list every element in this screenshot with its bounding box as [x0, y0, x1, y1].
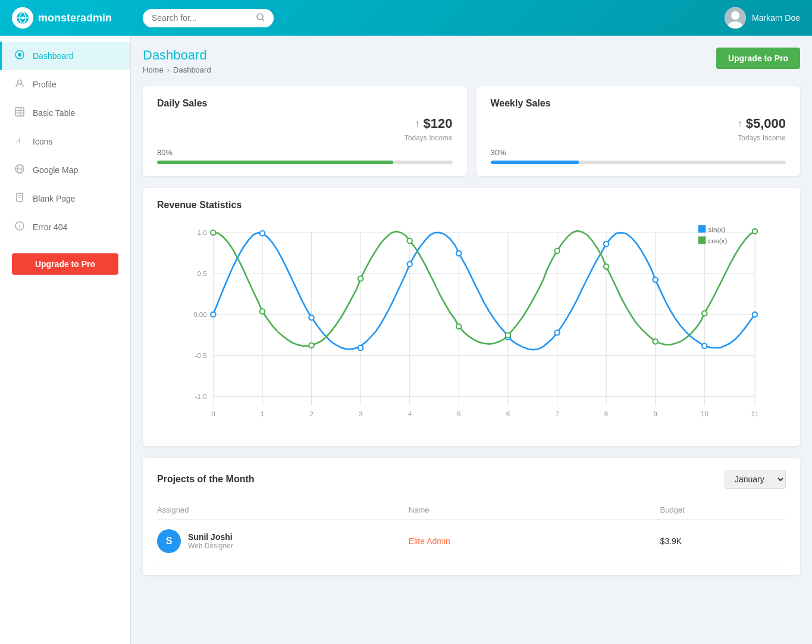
svg-point-83: [753, 229, 757, 234]
chart-container: 1.0 0.5 0.00 -0.5 -1.0 0 1 2 3 4 5 6 7 8…: [157, 220, 786, 434]
user-name: Markarn Doe: [752, 13, 800, 23]
sidebar-item-label: Profile: [33, 80, 57, 89]
error-icon: i: [14, 221, 26, 233]
svg-point-80: [604, 264, 609, 269]
svg-text:0.00: 0.00: [193, 310, 207, 318]
month-select[interactable]: January February March: [725, 470, 786, 489]
daily-sales-progress-fill: [157, 161, 393, 164]
logo-icon: [12, 7, 33, 29]
projects-header: Projects of the Month January February M…: [157, 470, 786, 489]
breadcrumb-home[interactable]: Home: [143, 65, 164, 74]
svg-point-10: [18, 53, 21, 56]
svg-text:3: 3: [359, 410, 362, 417]
dashboard-icon: [14, 50, 26, 62]
table-icon: [14, 107, 26, 119]
daily-sales-label: Todays Income: [157, 134, 453, 142]
legend-cos-swatch: [698, 237, 706, 244]
svg-point-65: [456, 251, 461, 256]
breadcrumb-separator: ›: [167, 65, 170, 74]
daily-sales-progress: [157, 161, 453, 164]
logo-area: monsteradmin: [12, 7, 143, 29]
main-layout: Dashboard Profile Basic Tab: [0, 36, 812, 644]
page-header: Dashboard Home › Dashboard Upgrade to Pr…: [143, 48, 800, 74]
profile-icon: [14, 78, 26, 90]
svg-text:1: 1: [261, 410, 264, 417]
svg-text:-1.0: -1.0: [195, 392, 208, 400]
svg-text:5: 5: [457, 410, 460, 417]
top-header: monsteradmin Markarn Doe: [0, 0, 812, 36]
svg-point-77: [456, 324, 461, 329]
stats-row: Daily Sales ↑ $120 Todays Income 80% Wee…: [143, 86, 800, 176]
logo-text: monsteradmin: [38, 12, 112, 24]
avatar: [725, 7, 746, 29]
svg-text:A: A: [15, 136, 21, 145]
svg-text:11: 11: [751, 410, 759, 417]
sidebar-item-error-404[interactable]: i Error 404: [0, 213, 130, 241]
page-icon: [14, 193, 26, 205]
weekly-sales-percent: 30%: [491, 148, 786, 157]
sidebar-item-label: Basic Table: [33, 108, 75, 118]
user-area[interactable]: Markarn Doe: [725, 7, 800, 29]
svg-text:4: 4: [408, 410, 412, 417]
svg-text:10: 10: [701, 410, 708, 417]
svg-point-3: [21, 17, 24, 20]
svg-point-82: [702, 310, 707, 315]
weekly-sales-card: Weekly Sales ↑ $5,000 Todays Income 30%: [476, 86, 801, 176]
svg-line-5: [262, 19, 264, 21]
sidebar-item-basic-table[interactable]: Basic Table: [0, 99, 130, 127]
col-name: Name: [409, 505, 660, 514]
sidebar-upgrade-button[interactable]: Upgrade to Pro: [12, 253, 118, 275]
project-name: Elite Admin: [409, 536, 660, 546]
svg-rect-12: [15, 108, 24, 116]
content-area: Dashboard Home › Dashboard Upgrade to Pr…: [131, 36, 812, 644]
svg-point-72: [211, 230, 215, 235]
upgrade-to-pro-button[interactable]: Upgrade to Pro: [716, 48, 800, 69]
svg-point-60: [211, 312, 215, 317]
col-budget: Budget: [660, 505, 786, 514]
user-name-sm: Sunil Joshi: [188, 532, 233, 542]
map-icon: [14, 164, 26, 176]
svg-text:sin(x): sin(x): [708, 225, 726, 233]
sidebar-item-profile[interactable]: Profile: [0, 70, 130, 99]
sidebar-item-label: Icons: [33, 137, 52, 146]
revenue-chart-title: Revenue Statistics: [157, 200, 786, 211]
svg-point-79: [554, 249, 559, 253]
weekly-sales-progress-fill: [491, 161, 579, 164]
svg-point-61: [260, 231, 265, 235]
sidebar-item-label: Dashboard: [33, 51, 74, 61]
col-assigned: Assigned: [157, 505, 409, 514]
svg-point-62: [309, 315, 313, 320]
user-role-sm: Web Designer: [188, 542, 233, 550]
svg-text:7: 7: [555, 410, 559, 417]
sidebar-item-dashboard[interactable]: Dashboard: [0, 42, 130, 70]
budget-text: $3.9K: [660, 536, 786, 546]
user-cell: S Sunil Joshi Web Designer: [157, 529, 409, 553]
revenue-chart-card: Revenue Statistics: [143, 188, 800, 446]
svg-text:6: 6: [506, 410, 510, 417]
svg-point-68: [604, 241, 609, 246]
svg-text:cos(x): cos(x): [708, 237, 728, 244]
daily-sales-amount-row: ↑ $120: [157, 116, 453, 131]
sidebar-item-label: Google Map: [33, 165, 78, 175]
search-box[interactable]: [143, 9, 274, 27]
weekly-sales-amount: $5,000: [746, 116, 786, 131]
page-title-area: Dashboard Home › Dashboard: [143, 48, 211, 74]
page-title: Dashboard: [143, 48, 211, 63]
sidebar-item-blank-page[interactable]: Blank Page: [0, 184, 130, 213]
svg-text:i: i: [19, 222, 20, 230]
projects-card: Projects of the Month January February M…: [143, 458, 800, 575]
daily-sales-percent: 80%: [157, 148, 453, 157]
legend-sin-swatch: [698, 225, 706, 233]
search-area: [143, 9, 725, 27]
svg-point-70: [702, 344, 707, 348]
sidebar-item-icons[interactable]: A Icons: [0, 127, 130, 156]
svg-point-67: [554, 330, 559, 335]
search-icon: [256, 13, 265, 23]
table-header-row: Assigned Name Budget: [157, 501, 786, 520]
svg-point-81: [653, 339, 657, 344]
svg-point-7: [731, 11, 739, 20]
search-input[interactable]: [152, 13, 252, 23]
sidebar-item-google-map[interactable]: Google Map: [0, 156, 130, 184]
avatar-sm: S: [157, 529, 181, 553]
sidebar: Dashboard Profile Basic Tab: [0, 36, 131, 644]
